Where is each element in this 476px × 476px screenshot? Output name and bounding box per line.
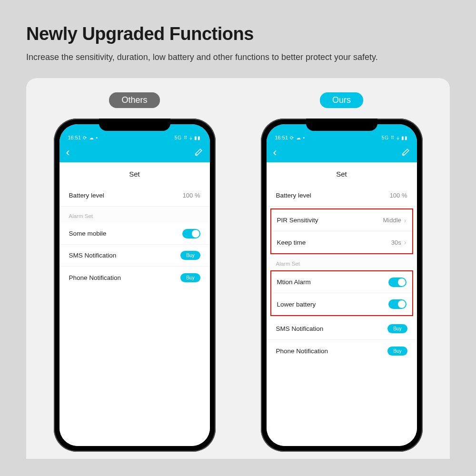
toggle-lower-battery[interactable]: [388, 299, 407, 309]
phone-screen-ours: 16:51 ⟳ ☁ • 5G ⠿ ⏚ ▮▮ ‹: [267, 124, 417, 446]
badge-others: Others: [109, 92, 159, 108]
pir-label: PIR Sensitivity: [277, 217, 383, 224]
page-subline: Increase the sensitivity, duration, low …: [26, 51, 450, 64]
chevron-right-icon: ›: [404, 238, 407, 246]
toggle-some-mobile[interactable]: [182, 229, 200, 238]
phone-frame-ours: 16:51 ⟳ ☁ • 5G ⠿ ⏚ ▮▮ ‹: [261, 119, 423, 452]
row-phone-notification[interactable]: Phone Notification Buy: [60, 267, 210, 288]
section-alarm-set: Alarm Set: [60, 207, 210, 223]
keep-label: Keep time: [277, 239, 391, 246]
settings-content-others: Set Battery level 100 % Alarm Set Some m…: [60, 162, 210, 446]
motion-label: Mtion Alarm: [277, 278, 388, 286]
row-battery: Battery level 100 %: [60, 185, 210, 207]
status-time: 16:51: [275, 135, 288, 140]
status-left-icons: ⟳ ☁ •: [290, 135, 305, 140]
row-motion-alarm[interactable]: Mtion Alarm: [271, 271, 412, 293]
phone-notch: [99, 119, 170, 131]
badge-ours: Ours: [320, 92, 363, 108]
section-alarm-set: Alarm Set: [267, 254, 417, 270]
some-mobile-label: Some mobile: [69, 230, 182, 237]
comparison-panel: Others 16:51 ⟳ ☁ • 5G ⠿ ⏚ ▮▮ ‹: [26, 78, 450, 459]
nav-bar: ‹: [267, 142, 417, 162]
edit-icon[interactable]: [401, 148, 410, 157]
status-right-icons: 5G ⠿ ⏚ ▮▮: [175, 135, 201, 140]
page-title: Set: [60, 162, 210, 185]
nav-bar: ‹: [60, 142, 210, 162]
back-icon[interactable]: ‹: [273, 147, 277, 158]
row-some-mobile[interactable]: Some mobile: [60, 223, 210, 245]
settings-content-ours: Set Battery level 100 % PIR Sensitivity …: [267, 162, 417, 446]
page-title: Set: [267, 162, 417, 185]
row-battery: Battery level 100 %: [267, 185, 417, 207]
buy-button-phone[interactable]: Buy: [387, 347, 407, 356]
edit-icon[interactable]: [194, 148, 203, 157]
phone-label: Phone Notification: [69, 274, 181, 281]
battery-label: Battery level: [69, 192, 183, 199]
sms-label: SMS Notification: [69, 252, 181, 259]
sms-label: SMS Notification: [276, 325, 388, 332]
back-icon[interactable]: ‹: [66, 147, 70, 158]
highlight-box-2: Mtion Alarm Lower battery: [270, 270, 413, 316]
battery-value: 100 %: [183, 192, 200, 199]
column-others: Others 16:51 ⟳ ☁ • 5G ⠿ ⏚ ▮▮ ‹: [45, 92, 224, 459]
phone-frame-others: 16:51 ⟳ ☁ • 5G ⠿ ⏚ ▮▮ ‹: [54, 119, 216, 452]
buy-button-phone[interactable]: Buy: [180, 273, 200, 282]
highlight-box-1: PIR Sensitivity Middle › Keep time 30s ›: [270, 208, 413, 254]
pir-value: Middle: [383, 217, 401, 224]
page-headline: Newly Upgraded Functions: [26, 24, 450, 44]
keep-value: 30s: [391, 239, 401, 246]
battery-label: Battery level: [276, 192, 390, 199]
buy-button-sms[interactable]: Buy: [387, 324, 407, 333]
row-sms-notification[interactable]: SMS Notification Buy: [60, 245, 210, 267]
status-time: 16:51: [68, 135, 81, 140]
phone-label: Phone Notification: [276, 347, 388, 355]
phone-screen-others: 16:51 ⟳ ☁ • 5G ⠿ ⏚ ▮▮ ‹: [60, 124, 210, 446]
battery-value: 100 %: [390, 192, 407, 199]
column-ours: Ours 16:51 ⟳ ☁ • 5G ⠿ ⏚ ▮▮ ‹: [252, 92, 431, 459]
lowbat-label: Lower battery: [277, 301, 388, 308]
row-phone-notification[interactable]: Phone Notification Buy: [267, 340, 417, 362]
chevron-right-icon: ›: [404, 217, 407, 224]
toggle-motion-alarm[interactable]: [388, 278, 407, 287]
status-right-icons: 5G ⠿ ⏚ ▮▮: [382, 135, 408, 140]
row-sms-notification[interactable]: SMS Notification Buy: [267, 318, 417, 340]
buy-button-sms[interactable]: Buy: [180, 251, 200, 260]
status-left-icons: ⟳ ☁ •: [83, 135, 98, 140]
row-lower-battery[interactable]: Lower battery: [271, 293, 412, 315]
row-pir-sensitivity[interactable]: PIR Sensitivity Middle ›: [271, 209, 412, 231]
row-keep-time[interactable]: Keep time 30s ›: [271, 231, 412, 253]
phone-notch: [306, 119, 377, 131]
